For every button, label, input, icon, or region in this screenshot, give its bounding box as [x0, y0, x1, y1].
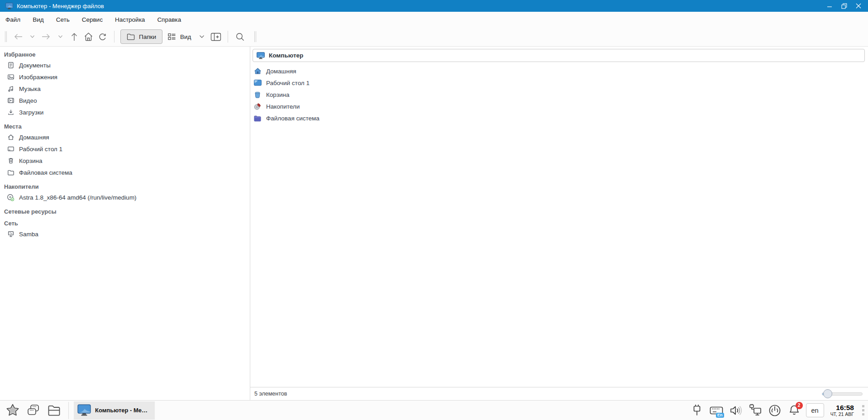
- toolbar-drag-handle[interactable]: [254, 31, 256, 42]
- menu-item-service[interactable]: Сервис: [82, 16, 103, 23]
- view-menu-chevron-icon[interactable]: [196, 30, 208, 43]
- menu-item-view[interactable]: Вид: [33, 16, 43, 23]
- toolbar-drag-handle[interactable]: [5, 31, 7, 42]
- sidebar-item-desktop[interactable]: Рабочий стол 1: [4, 143, 247, 155]
- toolbar: Папки Вид: [0, 27, 868, 47]
- computer-task-icon: [77, 404, 91, 416]
- windows-icon: [26, 404, 41, 417]
- folders-button-label: Папки: [139, 33, 156, 40]
- file-item-label: Файловая система: [266, 115, 320, 122]
- file-item-home[interactable]: Домашняя: [253, 65, 868, 77]
- back-history-chevron-icon[interactable]: [26, 30, 38, 43]
- taskbar-separator: [68, 402, 69, 419]
- sidebar-item-label: Astra 1.8_x86-64 amd64 (/run/live/medium…: [19, 194, 137, 201]
- start-menu-button[interactable]: [4, 401, 22, 420]
- file-manager-window: Компьютер - Менеджер файлов Файл Вид Сет…: [0, 0, 868, 420]
- home-icon: [7, 134, 14, 141]
- sidebar-item-label: Корзина: [19, 158, 42, 164]
- clock-time: 16:58: [830, 404, 854, 412]
- sidebar-item-label: Загрузки: [19, 109, 43, 116]
- clock[interactable]: 16:58 ЧТ, 21 АВГ: [830, 404, 854, 417]
- minimize-icon[interactable]: [826, 3, 833, 9]
- location-header[interactable]: Компьютер: [253, 49, 865, 62]
- home-blue-icon: [253, 67, 262, 75]
- folders-toggle-button[interactable]: Папки: [120, 29, 162, 44]
- file-item-label: Накопители: [266, 103, 300, 110]
- tray-network-display[interactable]: [748, 403, 763, 418]
- forward-button[interactable]: [40, 30, 52, 43]
- star-icon: [5, 403, 20, 417]
- view-menu-button[interactable]: Вид: [165, 29, 194, 44]
- menu-item-file[interactable]: Файл: [5, 16, 20, 23]
- sidebar-item-astra-medium[interactable]: Astra 1.8_x86-64 amd64 (/run/live/medium…: [4, 191, 247, 203]
- file-item-desktop[interactable]: Рабочий стол 1: [253, 77, 868, 89]
- tray-usb-devices[interactable]: [689, 403, 705, 418]
- sidebar-item-filesystem[interactable]: Файловая система: [4, 167, 247, 178]
- tray-performance[interactable]: [767, 403, 782, 418]
- menu-item-settings[interactable]: Настройка: [115, 16, 145, 23]
- view-button-label: Вид: [180, 33, 191, 40]
- tray-notifications[interactable]: 2: [787, 403, 802, 418]
- location-title: Компьютер: [269, 52, 303, 59]
- sidebar-section-network: Сеть: [4, 220, 247, 227]
- sidebar-item-trash[interactable]: Корзина: [4, 155, 247, 167]
- download-icon: [7, 109, 14, 116]
- sidebar-item-music[interactable]: Музыка: [4, 83, 247, 95]
- home-button[interactable]: [82, 30, 94, 43]
- titlebar[interactable]: Компьютер - Менеджер файлов: [0, 0, 868, 12]
- split-view-button[interactable]: [210, 30, 222, 43]
- file-manager-launcher-button[interactable]: [45, 401, 63, 420]
- refresh-button[interactable]: [96, 30, 108, 43]
- sidebar-item-samba[interactable]: Samba: [4, 228, 247, 240]
- notification-count-badge: 2: [796, 402, 803, 409]
- up-button[interactable]: [68, 30, 80, 43]
- toolbar-separator: [228, 31, 228, 43]
- task-button-file-manager[interactable]: Компьютер - Ме…: [74, 401, 155, 420]
- sidebar-item-video[interactable]: Видео: [4, 95, 247, 106]
- file-item-filesystem[interactable]: Файловая система: [253, 112, 868, 124]
- sidebar-item-label: Видео: [19, 97, 37, 104]
- trash-blue-icon: [253, 91, 262, 98]
- tray-keyboard-layout[interactable]: En: [709, 403, 724, 418]
- video-icon: [7, 97, 14, 104]
- file-item-drives[interactable]: Накопители: [253, 100, 868, 112]
- music-icon: [7, 85, 14, 92]
- sidebar-item-label: Музыка: [19, 86, 41, 92]
- search-button[interactable]: [234, 30, 246, 43]
- gauge-icon: [768, 404, 782, 417]
- restore-icon[interactable]: [841, 3, 847, 9]
- panel-handle[interactable]: [862, 405, 864, 415]
- zoom-slider[interactable]: [822, 389, 863, 398]
- sidebar-section-places: Места: [4, 123, 247, 130]
- zoom-slider-handle[interactable]: [823, 389, 832, 398]
- sidebar-item-images[interactable]: Изображения: [4, 71, 247, 83]
- file-item-trash[interactable]: Корзина: [253, 89, 868, 100]
- system-tray: En: [689, 403, 865, 418]
- status-count: 5 элементов: [254, 391, 287, 397]
- window-title: Компьютер - Менеджер файлов: [17, 3, 104, 10]
- file-item-label: Корзина: [266, 91, 289, 98]
- trash-icon: [7, 157, 14, 164]
- sidebar-item-documents[interactable]: Документы: [4, 59, 247, 71]
- folder-panel-icon: [127, 33, 135, 40]
- menu-item-network[interactable]: Сеть: [56, 16, 70, 23]
- desktop-icon: [7, 145, 14, 153]
- menu-item-help[interactable]: Справка: [157, 16, 181, 23]
- file-item-label: Рабочий стол 1: [266, 80, 310, 86]
- forward-history-chevron-icon[interactable]: [54, 30, 66, 43]
- sidebar-item-label: Документы: [19, 62, 51, 69]
- back-button[interactable]: [12, 30, 24, 43]
- tray-volume[interactable]: [728, 403, 744, 418]
- language-indicator[interactable]: en: [806, 403, 824, 417]
- computer-window-icon: [5, 3, 13, 10]
- sidebar-item-downloads[interactable]: Загрузки: [4, 106, 247, 118]
- content-area: Избранное Документы Изображения Музыка: [0, 47, 868, 400]
- window-list-button[interactable]: [24, 401, 43, 420]
- file-item-label: Домашняя: [266, 68, 296, 75]
- sidebar-item-label: Рабочий стол 1: [19, 146, 62, 153]
- sidebar-item-label: Домашняя: [19, 134, 49, 141]
- sidebar-item-label: Изображения: [19, 74, 57, 81]
- close-icon[interactable]: [855, 3, 862, 9]
- sidebar-item-home[interactable]: Домашняя: [4, 131, 247, 143]
- sidebar-section-drives: Накопители: [4, 183, 247, 190]
